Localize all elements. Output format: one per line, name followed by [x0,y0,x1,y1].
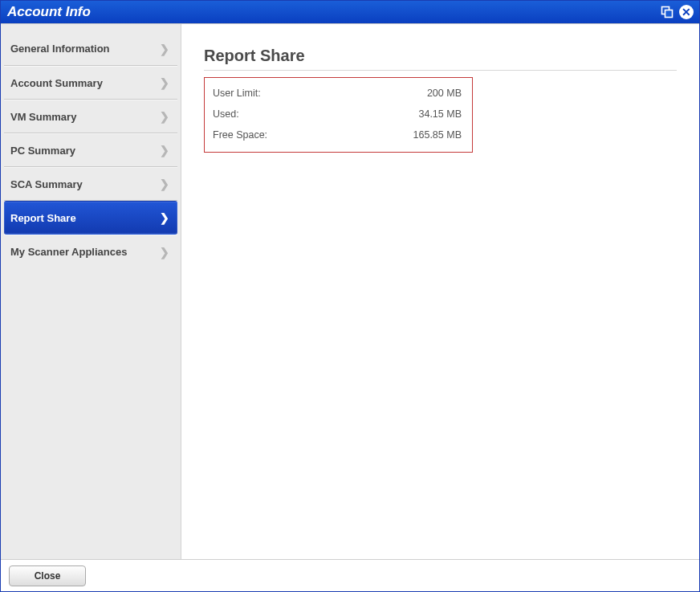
sidebar-item-sca-summary[interactable]: SCA Summary ❯ [4,167,177,201]
stat-value: 165.85 MB [405,125,462,145]
sidebar-item-my-scanner-appliances[interactable]: My Scanner Appliances ❯ [4,235,177,268]
sidebar-item-label: Account Summary [10,77,103,89]
close-button[interactable]: Close [9,565,86,586]
maximize-icon[interactable] [659,4,675,20]
stat-label: User Limit: [213,83,405,104]
chevron-right-icon: ❯ [160,144,169,157]
stat-value: 200 MB [405,83,462,104]
chevron-right-icon: ❯ [160,246,169,259]
sidebar-item-general-information[interactable]: General Information ❯ [4,32,177,66]
dialog-body: General Information ❯ Account Summary ❯ … [1,23,699,559]
dialog-title: Account Info [7,4,656,20]
stat-label: Used: [213,104,405,125]
dialog-footer: Close [1,559,699,591]
divider [204,70,677,71]
sidebar-item-vm-summary[interactable]: VM Summary ❯ [4,100,177,133]
titlebar: Account Info ✕ [1,1,699,23]
stat-label: Free Space: [213,125,405,145]
stat-value: 34.15 MB [405,104,462,125]
chevron-right-icon: ❯ [160,211,169,224]
stat-row-user-limit: User Limit: 200 MB [213,83,464,104]
page-title: Report Share [204,47,677,65]
close-icon[interactable]: ✕ [678,4,694,20]
chevron-right-icon: ❯ [160,110,169,123]
stat-row-free-space: Free Space: 165.85 MB [213,125,464,145]
sidebar-item-label: SCA Summary [10,178,83,190]
sidebar-item-label: PC Summary [10,145,75,157]
sidebar-item-pc-summary[interactable]: PC Summary ❯ [4,133,177,167]
chevron-right-icon: ❯ [160,76,169,89]
chevron-right-icon: ❯ [160,178,169,190]
sidebar-item-account-summary[interactable]: Account Summary ❯ [4,66,177,100]
content-panel: Report Share User Limit: 200 MB Used: 34… [181,24,699,559]
sidebar-item-label: My Scanner Appliances [10,246,127,258]
report-share-stats: User Limit: 200 MB Used: 34.15 MB Free S… [204,77,473,153]
sidebar-item-label: VM Summary [10,111,76,123]
account-info-dialog: Account Info ✕ General Information ❯ Acc… [0,0,700,592]
stat-row-used: Used: 34.15 MB [213,104,464,125]
sidebar: General Information ❯ Account Summary ❯ … [1,24,181,559]
chevron-right-icon: ❯ [160,43,169,55]
svg-rect-1 [665,10,673,18]
sidebar-item-label: Report Share [10,212,76,224]
sidebar-item-report-share[interactable]: Report Share ❯ [4,201,177,235]
sidebar-item-label: General Information [10,43,110,55]
